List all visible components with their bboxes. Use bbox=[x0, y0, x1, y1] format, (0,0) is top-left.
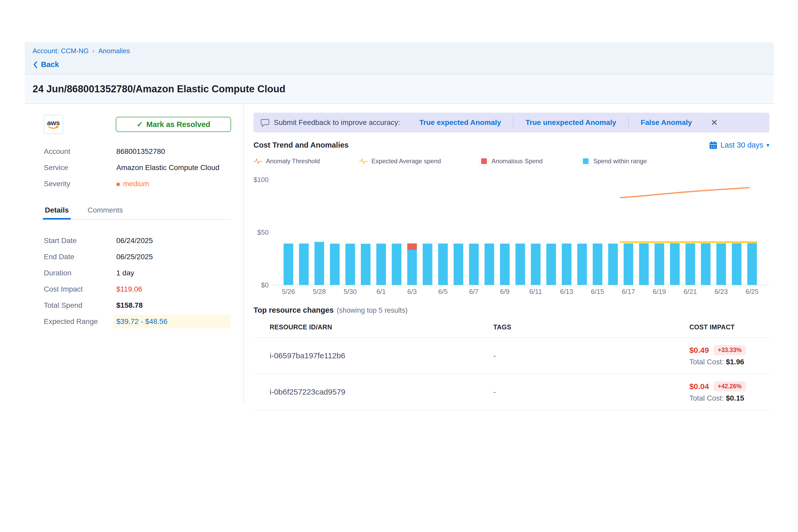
table-row[interactable]: i-06597ba197fe112b6-$0.49+33.33%Total Co… bbox=[253, 338, 769, 374]
date-range-selector[interactable]: Last 30 days ▾ bbox=[709, 141, 770, 149]
field-label: Total Spend bbox=[44, 301, 116, 309]
field-label: Service bbox=[44, 164, 116, 172]
bar-6/2 bbox=[392, 244, 401, 285]
cost-trend-chart[interactable]: $0$50$1005/265/285/306/16/36/56/76/96/11… bbox=[253, 170, 769, 297]
bar-6/23 bbox=[716, 243, 726, 285]
bar-5/28 bbox=[315, 242, 324, 285]
x-tick-label: 6/15 bbox=[591, 288, 604, 296]
legend-label: Expected Average spend bbox=[372, 157, 441, 165]
feedback-option-true-expected-anomaly[interactable]: True expected Anomaly bbox=[407, 118, 513, 127]
anomaly-details-page: Account: CCM-NG › Anomalies Back 24 Jun/… bbox=[25, 42, 774, 410]
total-cost-value: $1.96 bbox=[726, 358, 744, 366]
tab-details[interactable]: Details bbox=[44, 206, 70, 219]
breadcrumb-bar: Account: CCM-NG › Anomalies Back bbox=[25, 42, 774, 75]
x-tick-label: 6/3 bbox=[407, 288, 417, 296]
bar-6/14 bbox=[577, 244, 587, 285]
bar-6/19 bbox=[654, 243, 664, 285]
x-tick-label: 5/30 bbox=[344, 288, 357, 296]
x-tick-label: 6/21 bbox=[684, 288, 697, 296]
feedback-option-false-anomaly[interactable]: False Anomaly bbox=[629, 118, 704, 127]
bar-5/26 bbox=[283, 244, 293, 285]
resources-subtitle: (showing top 5 results) bbox=[337, 306, 407, 314]
resource-id[interactable]: i-06597ba197fe112b6 bbox=[253, 351, 493, 360]
bar-6/10 bbox=[515, 244, 525, 285]
legend-item-anomalous-spend[interactable]: Anomalous Spend bbox=[480, 157, 543, 165]
back-button[interactable]: Back bbox=[33, 60, 774, 69]
cost-impact-cell: $0.49+33.33%Total Cost: $1.96 bbox=[689, 345, 769, 366]
check-icon: ✓ bbox=[137, 120, 142, 129]
resource-id[interactable]: i-0b6f257223cad9579 bbox=[253, 387, 493, 396]
total-cost-line: Total Cost: $1.96 bbox=[689, 358, 769, 366]
legend-item-spend-within-range[interactable]: Spend within range bbox=[582, 157, 647, 165]
field-value: $158.78 bbox=[116, 301, 142, 309]
bar-6/3 bbox=[407, 250, 417, 285]
bar-6/15 bbox=[593, 244, 603, 285]
x-tick-label: 6/25 bbox=[746, 288, 759, 296]
x-tick-label: 6/17 bbox=[622, 288, 635, 296]
severity-dot-icon bbox=[116, 183, 120, 186]
resources-title-text: Top resource changes bbox=[253, 306, 334, 314]
field-label: End Date bbox=[44, 253, 116, 261]
bar-6/18 bbox=[639, 243, 649, 285]
tab-comments[interactable]: Comments bbox=[87, 206, 124, 219]
legend-label: Anomalous Spend bbox=[492, 157, 543, 165]
bar-5/30 bbox=[345, 244, 355, 285]
field-value: $39.72 - $48.56 bbox=[113, 315, 230, 328]
bar-6/8 bbox=[484, 244, 494, 285]
breadcrumb-account-link[interactable]: Account: CCM-NG bbox=[33, 47, 89, 55]
y-tick-label: $50 bbox=[258, 228, 269, 236]
caret-down-icon: ▾ bbox=[766, 142, 769, 149]
bar-6/4 bbox=[423, 244, 432, 285]
y-tick-label: $100 bbox=[253, 176, 269, 184]
field-label: Duration bbox=[44, 269, 116, 277]
feedback-bar: Submit Feedback to improve accuracy: Tru… bbox=[253, 113, 769, 132]
total-cost-value: $0.15 bbox=[726, 394, 744, 402]
field-value: 868001352780 bbox=[116, 147, 165, 156]
bar-6/17 bbox=[624, 243, 633, 285]
detail-row-cost-impact: Cost Impact$119.06 bbox=[44, 281, 231, 297]
resource-tags: - bbox=[493, 352, 689, 360]
pulse-line-icon bbox=[253, 158, 262, 165]
bar-6/9 bbox=[500, 244, 510, 285]
bar-6/21 bbox=[685, 243, 695, 285]
x-tick-label: 6/7 bbox=[469, 288, 478, 296]
bar-5/31 bbox=[361, 244, 370, 285]
feedback-option-true-unexpected-anomaly[interactable]: True unexpected Anomaly bbox=[513, 118, 628, 127]
chevron-right-icon: › bbox=[92, 47, 95, 55]
impact-percent-badge: +42.26% bbox=[714, 381, 746, 392]
x-tick-label: 5/26 bbox=[282, 288, 295, 296]
bar-5/27 bbox=[299, 244, 309, 285]
table-row[interactable]: i-0b6f257223cad9579-$0.04+42.26%Total Co… bbox=[253, 374, 769, 410]
field-value: $119.06 bbox=[116, 285, 142, 293]
x-tick-label: 6/11 bbox=[529, 288, 542, 296]
aws-logo-icon: aws bbox=[47, 118, 60, 130]
tabs: Details Comments bbox=[44, 206, 231, 220]
summary-field-account: Account868001352780 bbox=[44, 144, 231, 159]
mark-as-resolved-button[interactable]: ✓ Mark as Resolved bbox=[116, 117, 231, 132]
bar-6/16 bbox=[608, 244, 618, 285]
legend-item-expected-average-spend[interactable]: Expected Average spend bbox=[359, 157, 441, 165]
field-label: Cost Impact bbox=[44, 285, 116, 293]
chart-legend: Anomaly ThresholdExpected Average spendA… bbox=[253, 157, 769, 165]
detail-row-duration: Duration1 day bbox=[44, 265, 231, 281]
top-resource-changes-table: RESOURCE ID/ARNTAGSCOST IMPACTi-06597ba1… bbox=[253, 321, 769, 410]
breadcrumb-anomalies-link[interactable]: Anomalies bbox=[98, 47, 130, 55]
field-value: 1 day bbox=[116, 269, 134, 277]
x-tick-label: 6/5 bbox=[438, 288, 448, 296]
feedback-options: True expected AnomalyTrue unexpected Ano… bbox=[407, 117, 704, 128]
impact-amount: $0.49 bbox=[689, 346, 709, 355]
close-icon[interactable]: ✕ bbox=[711, 118, 718, 127]
chevron-left-icon bbox=[33, 61, 38, 69]
bar-6/11 bbox=[531, 244, 540, 285]
page-title: 24 Jun/868001352780/Amazon Elastic Compu… bbox=[33, 83, 285, 95]
summary-field-service: ServiceAmazon Elastic Compute Cloud bbox=[44, 159, 231, 176]
anomaly-chart-panel: Submit Feedback to improve accuracy: Tru… bbox=[244, 104, 774, 410]
legend-item-anomaly-threshold[interactable]: Anomaly Threshold bbox=[253, 157, 320, 165]
x-tick-label: 6/23 bbox=[715, 288, 728, 296]
cost-impact-cell: $0.04+42.26%Total Cost: $0.15 bbox=[689, 381, 769, 402]
impact-percent-badge: +33.33% bbox=[714, 345, 746, 355]
bar-6/7 bbox=[469, 244, 479, 285]
legend-square-icon bbox=[480, 157, 488, 165]
x-tick-label: 6/13 bbox=[560, 288, 573, 296]
bar-6/6 bbox=[454, 244, 463, 285]
